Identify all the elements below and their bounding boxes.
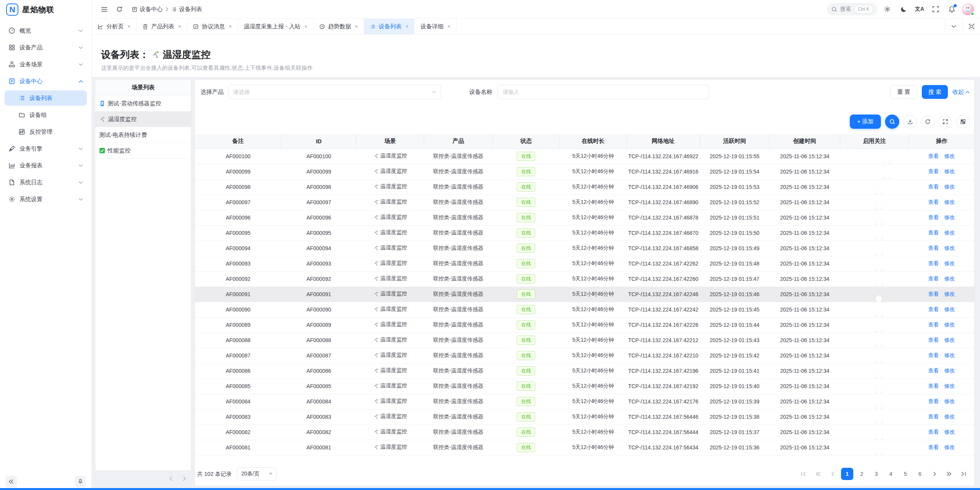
edit-link[interactable]: 修改 [944, 383, 955, 389]
close-icon[interactable]: × [178, 23, 181, 29]
table-row[interactable]: AF000088 AF000088 温湿度监控 联控类-温湿度传感器 [195, 333, 974, 348]
table-row[interactable]: AF000100 AF000100 温湿度监控 联控类-温湿度传感器 [195, 149, 974, 164]
sidebar-item-overview[interactable]: 概览 [5, 23, 87, 38]
hamburger-menu-button[interactable] [98, 3, 110, 15]
edit-link[interactable]: 修改 [944, 337, 955, 343]
sidebar-item-business-scene[interactable]: 业务场景 [5, 57, 87, 72]
table-row[interactable]: AF000095 AF000095 温湿度监控 联控类-温湿度传感器 [195, 225, 974, 241]
jump-forward-button[interactable] [943, 468, 955, 480]
close-icon[interactable]: × [304, 23, 307, 29]
table-row[interactable]: AF000092 AF000092 温湿度监控 联控类-温湿度传感器 [195, 271, 974, 287]
tab-device-list[interactable]: 设备列表 × [364, 19, 415, 34]
prev-page-button[interactable] [826, 468, 839, 480]
table-row[interactable]: AF000097 AF000097 温湿度监控 联控类-温湿度传感器 [195, 195, 974, 210]
column-header[interactable]: 产品 [424, 134, 493, 149]
scene-next-button[interactable] [183, 476, 186, 481]
scene-prev-button[interactable] [169, 476, 173, 481]
reset-button[interactable]: 重 置 [890, 85, 917, 99]
close-icon[interactable]: × [447, 23, 450, 29]
edit-link[interactable]: 修改 [944, 229, 955, 236]
column-header[interactable]: 网络地址 [627, 134, 700, 149]
view-link[interactable]: 查看 [928, 153, 939, 159]
table-row[interactable]: AF000089 AF000089 温湿度监控 联控类-温湿度传感器 [195, 317, 974, 333]
page-number-button[interactable]: 3 [870, 468, 882, 480]
edit-link[interactable]: 修改 [944, 306, 955, 312]
edit-link[interactable]: 修改 [944, 352, 955, 358]
table-row[interactable]: AF000099 AF000099 温湿度监控 联控类-温湿度传感器 [195, 164, 974, 179]
tab-product-list[interactable]: 产品列表 × [137, 19, 187, 34]
table-row[interactable]: AF000096 AF000096 温湿度监控 联控类-温湿度传感器 [195, 210, 974, 225]
tab-device-detail[interactable]: 设备详细 × [415, 19, 456, 34]
sidebar-item-system-log[interactable]: 系统日志 [5, 175, 87, 190]
page-number-button[interactable]: 4 [885, 468, 897, 480]
view-link[interactable]: 查看 [928, 337, 939, 343]
view-link[interactable]: 查看 [928, 245, 939, 251]
edit-link[interactable]: 修改 [944, 444, 955, 450]
view-link[interactable]: 查看 [928, 383, 939, 389]
edit-link[interactable]: 修改 [944, 291, 955, 297]
table-row[interactable]: AF000091 AF000091 温湿度监控 联控类-温湿度传感器 [195, 287, 974, 302]
first-page-button[interactable] [797, 468, 810, 480]
view-link[interactable]: 查看 [928, 229, 939, 236]
export-button[interactable] [903, 115, 917, 128]
edit-link[interactable]: 修改 [944, 184, 955, 190]
view-link[interactable]: 查看 [928, 260, 939, 266]
tab-trend-data[interactable]: 趋势数据 × [314, 19, 364, 34]
device-name-input[interactable] [498, 85, 709, 99]
column-header[interactable]: 活跃时间 [700, 134, 769, 149]
table-row[interactable]: AF000098 AF000098 温湿度监控 联控类-温湿度传感器 [195, 179, 974, 195]
reload-table-button[interactable] [921, 115, 934, 128]
table-row[interactable]: AF000094 AF000094 温湿度监控 联控类-温湿度传感器 [195, 241, 974, 256]
sidebar-item-reverse-control[interactable]: 反控管理 [5, 124, 87, 139]
tab-protocol-messages[interactable]: 协议消息 × [187, 19, 238, 34]
collapse-sidebar-button[interactable] [5, 476, 17, 487]
edit-link[interactable]: 修改 [944, 260, 955, 266]
view-link[interactable]: 查看 [928, 199, 939, 205]
view-link[interactable]: 查看 [928, 413, 939, 420]
page-number-button[interactable]: 5 [899, 468, 911, 480]
sidebar-item-business-engine[interactable]: 业务引擎 [5, 141, 87, 156]
sidebar-item-business-report[interactable]: 业务报表 [5, 158, 87, 173]
table-row[interactable]: AF000086 AF000086 温湿度监控 联控类-温湿度传感器 [195, 363, 974, 379]
scene-item-meter-billing[interactable]: 测试-电表持续计费 [95, 127, 191, 143]
table-row[interactable]: AF000090 AF000090 温湿度监控 联控类-温湿度传感器 [195, 302, 974, 317]
tab-analysis[interactable]: 分析页 × [92, 19, 137, 34]
add-device-button[interactable]: + 添加 [850, 115, 881, 129]
breadcrumb-device-center[interactable]: 设备中心 [132, 6, 163, 13]
view-link[interactable]: 查看 [928, 214, 939, 220]
close-icon[interactable]: × [229, 23, 232, 29]
edit-link[interactable]: 修改 [944, 367, 955, 374]
column-header[interactable]: 启用关注 [840, 134, 909, 149]
table-row[interactable]: AF000087 AF000087 温湿度监控 联控类-温湿度传感器 [195, 348, 974, 363]
edit-link[interactable]: 修改 [944, 214, 955, 220]
column-layout-button[interactable] [956, 115, 970, 128]
sidebar-item-device-product[interactable]: 设备产品 [5, 40, 87, 55]
scene-item-vibration[interactable]: 测试-震动传感器监控 [95, 96, 191, 111]
global-search[interactable]: 搜索 Ctrl K [827, 3, 877, 15]
pin-sidebar-button[interactable] [75, 476, 86, 487]
edit-link[interactable]: 修改 [944, 199, 955, 205]
jump-back-button[interactable] [812, 468, 824, 480]
page-number-button[interactable]: 6 [914, 468, 926, 480]
sidebar-item-device-group[interactable]: 设备组 [5, 107, 87, 123]
page-size-select[interactable]: 20条/页 [237, 467, 277, 480]
sidebar-item-system-settings[interactable]: 系统设置 [5, 192, 87, 207]
table-row[interactable]: AF000093 AF000093 温湿度监控 联控类-温湿度传感器 [195, 256, 974, 271]
column-header[interactable]: 备注 [195, 134, 281, 149]
edit-link[interactable]: 修改 [944, 168, 955, 174]
expand-table-button[interactable] [939, 115, 952, 128]
settings-button[interactable] [881, 3, 893, 15]
language-button[interactable]: 文A [913, 3, 926, 15]
table-search-button[interactable] [885, 115, 899, 129]
next-page-button[interactable] [928, 468, 941, 480]
maximize-content-button[interactable] [962, 19, 980, 34]
fullscreen-button[interactable] [929, 3, 942, 15]
view-link[interactable]: 查看 [928, 444, 939, 450]
edit-link[interactable]: 修改 [944, 275, 955, 282]
search-button[interactable]: 搜 索 [922, 85, 948, 99]
scene-item-temp-humidity[interactable]: 温湿度监控 [95, 111, 191, 127]
view-link[interactable]: 查看 [928, 291, 939, 297]
column-header[interactable]: 创建时间 [769, 134, 840, 149]
close-icon[interactable]: × [355, 23, 358, 29]
table-row[interactable]: AF000085 AF000085 温湿度监控 联控类-温湿度传感器 [195, 379, 974, 394]
